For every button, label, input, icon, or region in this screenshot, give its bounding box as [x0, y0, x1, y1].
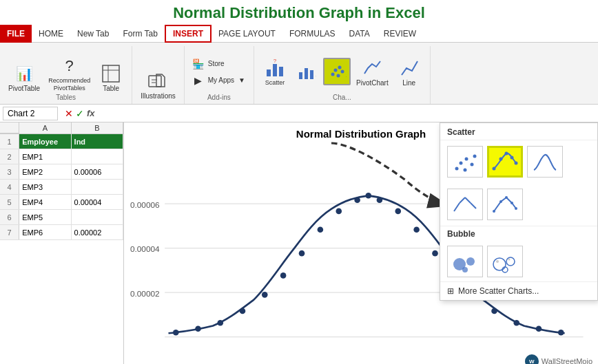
recommended-charts-button[interactable]: ? Scatter: [260, 54, 290, 88]
watermark: W WallStreetMojo: [525, 354, 592, 364]
ribbon-group-illustrations: Illustrations: [132, 46, 185, 104]
menu-bar: FILE HOME New Tab Form Tab INSERT PAGE L…: [0, 25, 598, 43]
menu-newtab[interactable]: New Tab: [70, 25, 116, 43]
row-num-1: 1: [0, 134, 19, 149]
scatter-straight-button[interactable]: [487, 189, 523, 220]
scatter-section-title: Scatter: [440, 123, 597, 140]
svg-point-34: [299, 250, 305, 257]
addins-group-label: Add-ins: [207, 94, 231, 103]
scatter-icons-row1: [440, 140, 597, 183]
menu-formulas[interactable]: FORMULAS: [282, 25, 342, 43]
cell-b1[interactable]: Ind: [72, 134, 123, 149]
svg-point-64: [493, 210, 495, 213]
svg-point-49: [455, 167, 459, 171]
svg-text:0.00006: 0.00006: [130, 200, 160, 210]
cell-b5[interactable]: 0.00004: [72, 195, 123, 209]
confirm-icon[interactable]: ✓: [76, 108, 84, 119]
svg-rect-3: [149, 76, 161, 87]
more-scatter-label: More Scatter Charts...: [458, 286, 539, 296]
scatter-chart-button[interactable]: ▼: [323, 58, 351, 85]
pivotchart-label: PivotChart: [356, 79, 389, 87]
table-row: 6 EMP5: [0, 210, 123, 225]
menu-formtab[interactable]: Form Tab: [116, 25, 164, 43]
svg-point-18: [341, 69, 344, 73]
cell-reference[interactable]: Chart 2: [3, 107, 58, 120]
cell-a5[interactable]: EMP4: [19, 195, 71, 209]
svg-point-19: [337, 74, 340, 77]
col-header-b: B: [72, 122, 123, 133]
svg-line-62: [465, 197, 471, 203]
svg-line-61: [460, 197, 465, 203]
pivotchart-button[interactable]: PivotChart: [353, 54, 391, 88]
left-panel: A B 1 Employee Ind 2 EMP1 3 EMP2 0.00006…: [0, 122, 124, 364]
ribbon-group-tables: 📊 PivotTable ? RecommendedPivotTables Ta…: [0, 46, 132, 104]
svg-text:?: ?: [274, 58, 277, 64]
bubble-filled-button[interactable]: [447, 246, 483, 277]
svg-text:0.00002: 0.00002: [130, 289, 160, 299]
scatter-curved-button[interactable]: [527, 146, 563, 178]
store-icon: 🏪: [193, 58, 204, 69]
ribbon-group-charts: ? Scatter ▼: [254, 46, 431, 104]
scatter-dots-button[interactable]: [447, 146, 483, 178]
svg-point-59: [515, 162, 518, 165]
myapps-button[interactable]: ▶ My Apps ▼: [190, 72, 248, 87]
svg-point-70: [466, 257, 475, 266]
scatter-smooth-lines-button[interactable]: [487, 146, 523, 178]
svg-point-53: [473, 155, 477, 158]
scatter-dropdown-panel: Scatter: [440, 122, 598, 301]
table-row: 4 EMP3: [0, 180, 123, 195]
svg-point-66: [505, 196, 508, 199]
scatter-chart-icon: ▼: [326, 61, 348, 83]
row-num-header: [0, 122, 19, 133]
svg-text:▼: ▼: [345, 75, 347, 81]
table-button[interactable]: Table: [96, 60, 126, 94]
svg-point-54: [464, 169, 467, 172]
cell-b6[interactable]: [72, 210, 123, 224]
menu-data[interactable]: DATA: [342, 25, 377, 43]
file-menu[interactable]: FILE: [0, 25, 32, 43]
cell-a2[interactable]: EMP1: [19, 149, 71, 164]
svg-point-72: [493, 258, 506, 270]
pivottable-button[interactable]: 📊 PivotTable: [6, 60, 43, 94]
recommended-pivottables-button[interactable]: ? RecommendedPivotTables: [45, 52, 93, 94]
cell-b7[interactable]: 0.00002: [72, 225, 123, 239]
cell-a7[interactable]: EMP6: [19, 225, 71, 239]
cancel-icon[interactable]: ✕: [65, 108, 73, 119]
cell-a4[interactable]: EMP3: [19, 180, 71, 194]
formula-input[interactable]: [99, 107, 598, 120]
column-header-row: A B: [0, 122, 123, 134]
cell-a1[interactable]: Employee: [19, 134, 71, 149]
cell-b3[interactable]: 0.00006: [72, 164, 123, 179]
menu-insert[interactable]: INSERT: [165, 25, 212, 43]
svg-point-67: [511, 202, 513, 204]
bar-chart-icon: ▼: [296, 61, 318, 83]
svg-rect-0: [103, 65, 119, 82]
svg-point-32: [262, 292, 268, 298]
cell-b4[interactable]: [72, 180, 123, 194]
fx-icon[interactable]: fx: [87, 108, 95, 118]
cell-a3[interactable]: EMP2: [19, 164, 71, 179]
menu-pagelayout[interactable]: PAGE LAYOUT: [212, 25, 282, 43]
line-chart-button[interactable]: Line: [394, 54, 424, 88]
menu-home[interactable]: HOME: [32, 25, 70, 43]
bar-chart-button[interactable]: ▼: [293, 58, 320, 85]
cell-a6[interactable]: EMP5: [19, 210, 71, 224]
scatter-linesonly-button[interactable]: [447, 189, 483, 220]
store-button[interactable]: 🏪 Store: [190, 56, 248, 71]
table-icon: [100, 63, 122, 85]
table-row: 7 EMP6 0.00002: [0, 225, 123, 240]
illustrations-button[interactable]: Illustrations: [138, 67, 178, 101]
svg-point-39: [377, 197, 383, 203]
svg-point-46: [513, 320, 519, 326]
more-scatter-charts-button[interactable]: ⊞ More Scatter Charts...: [440, 281, 597, 300]
formula-bar: Chart 2 ✕ ✓ fx: [0, 105, 598, 122]
menu-review[interactable]: REVIEW: [377, 25, 423, 43]
line-label: Line: [402, 79, 415, 87]
svg-point-29: [195, 326, 201, 332]
svg-rect-7: [267, 69, 271, 76]
bubble-3d-button[interactable]: [487, 246, 523, 277]
svg-point-74: [506, 257, 515, 266]
cell-b2[interactable]: [72, 149, 123, 164]
svg-point-55: [493, 167, 496, 171]
main-content: A B 1 Employee Ind 2 EMP1 3 EMP2 0.00006…: [0, 122, 598, 364]
